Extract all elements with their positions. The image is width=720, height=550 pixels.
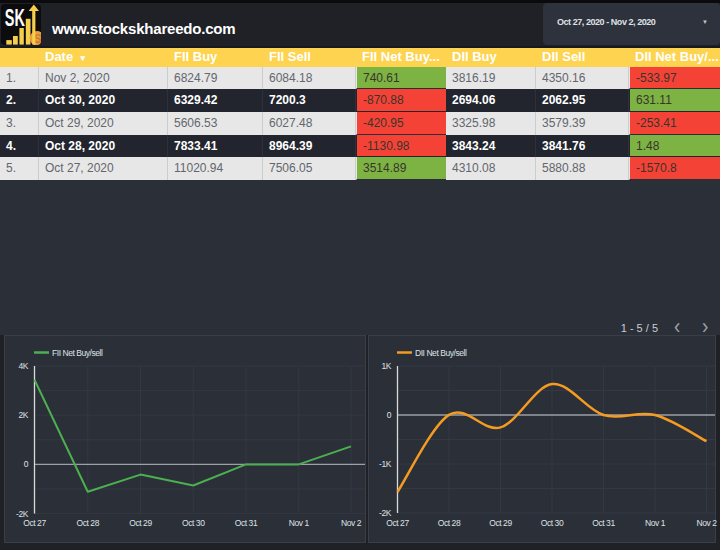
svg-text:FII Net Buy/sell: FII Net Buy/sell	[52, 348, 103, 358]
svg-text:Nov 1: Nov 1	[645, 518, 666, 528]
svg-text:DII Net Buy/sell: DII Net Buy/sell	[415, 348, 467, 358]
svg-text:4K: 4K	[19, 361, 29, 371]
svg-text:Oct 28: Oct 28	[77, 518, 100, 528]
svg-text:1K: 1K	[382, 361, 392, 371]
svg-text:SK: SK	[5, 4, 26, 31]
svg-text:Oct 31: Oct 31	[235, 518, 258, 528]
svg-text:Nov 2: Nov 2	[341, 518, 362, 528]
svg-text:0: 0	[24, 459, 29, 469]
svg-text:Nov 1: Nov 1	[289, 518, 310, 528]
svg-text:Oct 28: Oct 28	[438, 518, 461, 528]
svg-text:-1K: -1K	[379, 459, 392, 469]
svg-text:Oct 31: Oct 31	[592, 518, 615, 528]
svg-text:2K: 2K	[19, 410, 29, 420]
svg-text:Nov 2: Nov 2	[697, 518, 718, 528]
svg-text:-2K: -2K	[379, 508, 392, 518]
svg-text:Oct 27: Oct 27	[23, 518, 46, 528]
svg-text:0: 0	[387, 410, 392, 420]
svg-text:Oct 30: Oct 30	[182, 518, 205, 528]
svg-text:Oct 29: Oct 29	[489, 518, 512, 528]
svg-text:Oct 27: Oct 27	[386, 518, 409, 528]
svg-text:Oct 29: Oct 29	[129, 518, 152, 528]
svg-text:Oct 30: Oct 30	[541, 518, 564, 528]
